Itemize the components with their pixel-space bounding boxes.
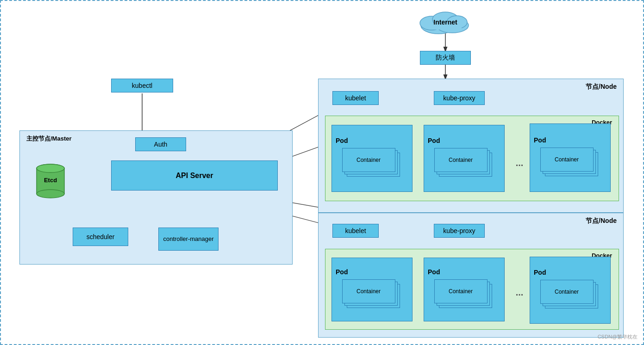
node2-kube-proxy-box: kube-proxy <box>434 224 485 238</box>
node1-region-label: 节点/Node <box>586 83 617 91</box>
auth-label: Auth <box>154 141 168 148</box>
node2-pod2-label: Pod <box>424 265 440 276</box>
auth-box: Auth <box>135 137 186 151</box>
kubectl-box: kubectl <box>111 79 173 92</box>
node1-pod2-label: Pod <box>424 134 440 144</box>
node1-pod2-box: Pod Container Container Container <box>424 125 505 192</box>
controller-manager-label: controller-manager <box>163 235 213 243</box>
svg-point-33 <box>37 164 64 172</box>
master-region-label: 主控节点/Master <box>26 135 72 143</box>
svg-point-32 <box>37 190 64 198</box>
node1-kube-proxy-box: kube-proxy <box>434 91 485 105</box>
node1-kubelet-label: kubelet <box>345 94 366 102</box>
node1-dots: ... <box>510 149 529 177</box>
node2-pod2-box: Pod Container Container Container <box>424 258 505 321</box>
api-server-box: API Server <box>111 160 278 191</box>
node1-pod1-container: Container <box>356 157 381 163</box>
firewall-box: 防火墙 <box>420 51 471 65</box>
api-server-label: API Server <box>176 172 213 180</box>
node1-kube-proxy-label: kube-proxy <box>443 94 475 102</box>
node2-pod3-label: Pod <box>530 266 546 276</box>
node1-kubelet-box: kubelet <box>332 91 379 105</box>
internet-cloud: Internet <box>415 9 475 35</box>
node2-pod1-label: Pod <box>332 265 348 276</box>
node2-region-label: 节点/Node <box>586 217 617 225</box>
kubectl-label: kubectl <box>132 82 152 89</box>
node1-pod3-label: Pod <box>530 134 546 144</box>
node2-kubelet-label: kubelet <box>345 227 366 234</box>
node2-pod3-container: Container <box>555 289 579 295</box>
scheduler-box: scheduler <box>73 228 128 246</box>
firewall-label: 防火墙 <box>436 54 455 62</box>
watermark: CSDN@繁华枕在 <box>598 333 638 340</box>
etcd-label: Etcd <box>44 177 57 184</box>
node1-pod3-box: Pod Container Container Container <box>530 123 611 192</box>
node1-pod3-container: Container <box>555 156 579 163</box>
node1-pod1-label: Pod <box>332 134 348 144</box>
diagram-container: Internet 防火墙 节点/Node 节点/Node 主控节点/Master… <box>0 0 644 345</box>
node1-pod2-container: Container <box>449 157 473 163</box>
node2-pod3-box: Pod Container Container Container <box>530 257 611 324</box>
node2-dots: ... <box>510 278 529 306</box>
internet-label: Internet <box>433 18 457 26</box>
node2-kube-proxy-label: kube-proxy <box>443 227 475 234</box>
node2-pod1-box: Pod Container Container Container <box>331 258 413 321</box>
node1-pod1-box: Pod Container Container Container <box>331 125 413 192</box>
controller-manager-box: controller-manager <box>158 228 219 251</box>
node2-kubelet-box: kubelet <box>332 224 379 238</box>
etcd-box: Etcd <box>34 163 67 202</box>
node2-pod1-container: Container <box>356 288 381 295</box>
node2-pod2-container: Container <box>449 288 473 295</box>
scheduler-label: scheduler <box>87 233 115 240</box>
